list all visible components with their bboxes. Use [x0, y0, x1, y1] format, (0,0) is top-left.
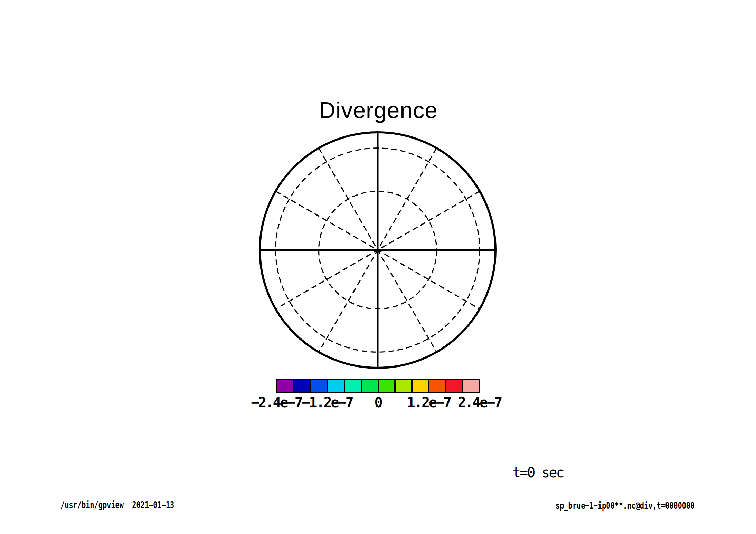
- colorbar-cell-7: [378, 380, 395, 392]
- colorbar-cell-11: [445, 380, 462, 392]
- gpview-canvas: Divergence −2.4e−7 −1.2e−7 0 1.2e−7 2.4e…: [0, 0, 756, 534]
- colorbar-cell-8: [394, 380, 411, 392]
- colorbar-tick-label: 0: [374, 395, 381, 409]
- colorbar-tick-label: 1.2e−7: [407, 395, 451, 409]
- footer-command: /usr/bin/gpview 2021−01−13: [60, 500, 174, 509]
- plot-title: Divergence: [319, 99, 438, 122]
- colorbar-cell-3: [310, 380, 327, 392]
- colorbar-tick-label: 2.4e−7: [458, 395, 502, 409]
- time-label: t=0 sec: [512, 466, 564, 479]
- colorbar-tick-label: −1.2e−7: [302, 395, 353, 409]
- colorbar-cell-9: [411, 380, 428, 392]
- colorbar: [276, 379, 480, 393]
- colorbar-tick-label: −2.4e−7: [251, 395, 302, 409]
- colorbar-cell-10: [428, 380, 445, 392]
- footer-dataset: sp_brue−1−ip00**.nc@div,t=0000000: [556, 501, 694, 510]
- colorbar-cell-12: [462, 380, 479, 392]
- polar-plot: [258, 130, 498, 370]
- colorbar-cell-2: [293, 380, 310, 392]
- colorbar-cell-6: [361, 380, 378, 392]
- colorbar-cell-1: [277, 380, 293, 392]
- colorbar-cell-5: [344, 380, 361, 392]
- colorbar-cell-4: [327, 380, 344, 392]
